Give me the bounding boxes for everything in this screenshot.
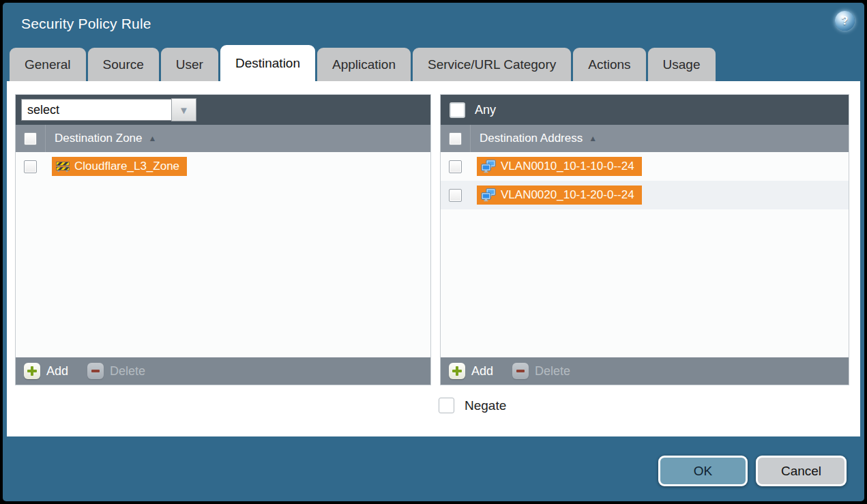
- zone-add-label: Add: [46, 364, 68, 379]
- address-icon: [481, 188, 496, 202]
- tab-source[interactable]: Source: [88, 48, 159, 81]
- negate-label: Negate: [465, 398, 506, 413]
- delete-minus-icon: [512, 363, 529, 379]
- address-add-button[interactable]: Add: [449, 363, 493, 379]
- security-policy-rule-dialog: Security Policy Rule ? General Source Us…: [3, 3, 864, 501]
- zone-panel-toolbar: ▼: [16, 95, 430, 125]
- address-column-header: Destination Address ▲: [441, 125, 849, 152]
- cancel-button[interactable]: Cancel: [756, 456, 847, 486]
- zone-select-combo: ▼: [21, 98, 196, 121]
- ok-button[interactable]: OK: [658, 456, 748, 486]
- tab-user[interactable]: User: [161, 48, 218, 81]
- zone-delete-button[interactable]: Delete: [87, 363, 145, 379]
- address-entry[interactable]: VLAN0020_10-1-20-0--24: [477, 186, 642, 205]
- column-divider: [470, 125, 471, 152]
- tab-bar: General Source User Destination Applicat…: [10, 45, 716, 81]
- zone-select-input[interactable]: [21, 99, 171, 121]
- chevron-down-icon: ▼: [179, 105, 189, 115]
- zone-column-title: Destination Zone: [55, 132, 143, 145]
- address-add-label: Add: [471, 364, 493, 379]
- zone-list: Cloudflare_L3_Zone: [16, 152, 430, 357]
- tab-usage[interactable]: Usage: [648, 48, 716, 81]
- add-plus-icon: [449, 363, 465, 379]
- destination-zone-panel: ▼ Destination Zone ▲: [15, 94, 431, 385]
- address-select-all-checkbox[interactable]: [449, 132, 462, 145]
- zone-select-dropdown-button[interactable]: ▼: [171, 98, 196, 121]
- address-panel-footer: Add Delete: [441, 357, 849, 385]
- destination-address-panel: Any Destination Address ▲: [440, 94, 849, 385]
- column-divider: [45, 125, 46, 152]
- sort-ascending-icon[interactable]: ▲: [589, 134, 597, 143]
- tab-destination[interactable]: Destination: [220, 45, 315, 81]
- tab-application[interactable]: Application: [317, 48, 411, 81]
- address-row-checkbox[interactable]: [449, 189, 462, 202]
- address-entry-label: VLAN0010_10-1-10-0--24: [501, 160, 634, 173]
- tab-actions[interactable]: Actions: [573, 48, 645, 81]
- address-delete-label: Delete: [535, 364, 570, 379]
- destination-tab-content: ▼ Destination Zone ▲: [7, 81, 860, 436]
- address-list: VLAN0010_10-1-10-0--24: [441, 152, 849, 357]
- tab-general[interactable]: General: [10, 48, 86, 81]
- zone-column-header: Destination Zone ▲: [16, 125, 430, 152]
- address-row: VLAN0020_10-1-20-0--24: [441, 181, 849, 209]
- address-panel-toolbar: Any: [441, 95, 849, 125]
- zone-icon: [56, 160, 70, 173]
- negate-checkbox[interactable]: [439, 398, 454, 413]
- zone-row-checkbox[interactable]: [24, 160, 37, 173]
- address-row-checkbox[interactable]: [449, 160, 462, 173]
- address-icon: [481, 160, 496, 173]
- dialog-title: Security Policy Rule: [21, 16, 151, 32]
- zone-add-button[interactable]: Add: [24, 363, 68, 379]
- any-label: Any: [475, 103, 496, 117]
- add-plus-icon: [24, 363, 40, 379]
- zone-panel-footer: Add Delete: [16, 357, 430, 385]
- zone-select-all-checkbox[interactable]: [24, 132, 37, 145]
- zone-delete-label: Delete: [110, 364, 145, 379]
- address-row: VLAN0010_10-1-10-0--24: [441, 152, 849, 181]
- negate-option: Negate: [439, 398, 506, 413]
- tab-service-url-category[interactable]: Service/URL Category: [413, 48, 571, 81]
- sort-ascending-icon[interactable]: ▲: [149, 134, 157, 143]
- zone-entry-label: Cloudflare_L3_Zone: [74, 160, 179, 173]
- address-entry[interactable]: VLAN0010_10-1-10-0--24: [477, 157, 642, 176]
- zone-row: Cloudflare_L3_Zone: [16, 152, 430, 181]
- address-delete-button[interactable]: Delete: [512, 363, 570, 379]
- any-checkbox[interactable]: [450, 103, 465, 117]
- zone-entry[interactable]: Cloudflare_L3_Zone: [52, 157, 187, 176]
- help-icon[interactable]: ?: [835, 11, 855, 31]
- delete-minus-icon: [87, 363, 104, 379]
- address-entry-label: VLAN0020_10-1-20-0--24: [501, 188, 634, 202]
- address-column-title: Destination Address: [480, 132, 583, 145]
